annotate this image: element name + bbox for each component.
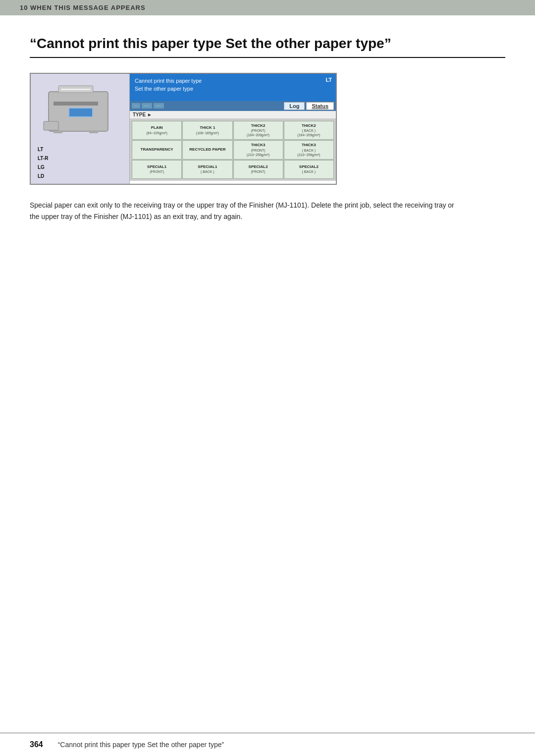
paper-cell-recycled[interactable]: RECYCLED PAPER — [182, 140, 232, 160]
paper-cell-transparency[interactable]: TRANSPARENCY — [132, 140, 182, 160]
sp2b-sub: ( BACK ) — [302, 169, 316, 174]
top-row: LT LT-R LG LD Cannot print this paper ty… — [31, 74, 336, 184]
paper-options-grid: PLAIN (64~105g/m²) THICK 1 (106~165g/m²)… — [130, 119, 336, 181]
svg-rect-6 — [89, 130, 98, 133]
type-label: TYPE ► — [133, 112, 152, 117]
paper-cell-thick3-front[interactable]: THICK3 (FRONT) (210~256g/m²) — [233, 140, 283, 160]
svg-rect-4 — [69, 108, 92, 116]
combined-panel: LT LT-R LG LD Cannot print this paper ty… — [30, 73, 337, 185]
size-ld: LD — [38, 172, 126, 181]
trans-name: TRANSPARENCY — [141, 147, 173, 152]
thick2b-sub: ( BACK ) — [302, 128, 316, 133]
svg-rect-2 — [54, 102, 98, 106]
thick2f-sub2: (164~209g/m²) — [247, 133, 269, 137]
sp2f-sub: (FRONT) — [251, 169, 266, 174]
thick1-name: THICK 1 — [200, 125, 215, 130]
paper-cell-thick3-back[interactable]: THICK3 ( BACK ) (210~256g/m²) — [284, 140, 334, 160]
paper-cell-thick2-front[interactable]: THICK2 (FRONT) (164~209g/m²) — [233, 121, 283, 140]
paper-cell-thick1[interactable]: THICK 1 (106~165g/m²) — [182, 121, 232, 140]
thick2f-name: THICK2 — [251, 123, 266, 128]
footer: 364 “Cannot print this paper type Set th… — [0, 733, 535, 756]
error-display: Cannot print this paper type Set the oth… — [130, 74, 336, 101]
main-content: “Cannot print this paper type Set the ot… — [0, 15, 535, 243]
thick1-sub: (106~165g/m²) — [196, 131, 219, 135]
thick3b-sub2: (210~256g/m²) — [297, 153, 320, 157]
header-bar: 10 WHEN THIS MESSAGE APPEARS — [0, 0, 535, 15]
error-line1: Cannot print this paper type — [135, 77, 331, 85]
size-lg: LG — [38, 163, 126, 172]
svg-rect-5 — [54, 130, 62, 133]
sp1b-name: SPECIAL1 — [198, 164, 217, 169]
type-header-row: TYPE ► — [130, 111, 336, 119]
paper-cell-special1-front[interactable]: SPECIAL1 (FRONT) — [132, 160, 182, 179]
left-printer-area: LT LT-R LG LD — [31, 74, 130, 184]
error-line2: Set the other paper type — [135, 85, 331, 93]
size-ltr: LT-R — [38, 154, 126, 163]
paper-cell-special2-back[interactable]: SPECIAL2 ( BACK ) — [284, 160, 334, 179]
thick3f-name: THICK3 — [251, 143, 266, 148]
tab-1[interactable]: ··· — [132, 103, 140, 108]
svg-rect-7 — [44, 121, 58, 130]
sp1b-sub: ( BACK ) — [201, 169, 214, 174]
tab-2[interactable]: ····· — [142, 103, 152, 108]
illustration-area: LT LT-R LG LD Cannot print this paper ty… — [30, 73, 505, 185]
paper-sizes-list: LT LT-R LG LD — [34, 145, 126, 181]
thick2f-sub: (FRONT) — [251, 128, 266, 133]
thick3b-name: THICK3 — [302, 143, 316, 148]
printer-svg — [34, 77, 118, 141]
size-lt: LT — [38, 145, 126, 154]
thick2b-sub2: (164~209g/m²) — [297, 133, 320, 137]
sp1f-name: SPECIAL1 — [147, 164, 166, 169]
status-button[interactable]: Status — [306, 102, 334, 110]
sp2b-name: SPECIAL2 — [299, 164, 319, 169]
thick3f-sub2: (210~256g/m²) — [247, 153, 269, 157]
footer-title: “Cannot print this paper type Set the ot… — [58, 741, 224, 749]
log-button[interactable]: Log — [284, 102, 305, 110]
paper-cell-special1-back[interactable]: SPECIAL1 ( BACK ) — [182, 160, 232, 179]
footer-page-number: 364 — [30, 740, 43, 749]
plain-name: PLAIN — [151, 125, 163, 130]
svg-rect-8 — [61, 89, 91, 90]
thick3b-sub: ( BACK ) — [302, 148, 316, 153]
thick3f-sub: (FRONT) — [251, 148, 266, 153]
lt-label: LT — [325, 76, 332, 84]
sp1f-sub: (FRONT) — [150, 169, 164, 174]
paper-cell-plain[interactable]: PLAIN (64~105g/m²) — [132, 121, 182, 140]
description-text: Special paper can exit only to the recei… — [30, 200, 456, 223]
tab-3[interactable]: ····· — [154, 103, 164, 108]
tabs-strip: ··· ····· ····· Log Status — [130, 101, 336, 111]
page-title: “Cannot print this paper type Set the ot… — [30, 35, 505, 58]
section-label: 10 WHEN THIS MESSAGE APPEARS — [20, 4, 146, 11]
plain-sub: (64~105g/m²) — [147, 131, 167, 135]
paper-cell-special2-front[interactable]: SPECIAL2 (FRONT) — [233, 160, 283, 179]
thick2b-name: THICK2 — [302, 123, 316, 128]
paper-cell-thick2-back[interactable]: THICK2 ( BACK ) (164~209g/m²) — [284, 121, 334, 140]
sp2f-name: SPECIAL2 — [249, 164, 268, 169]
recycled-name: RECYCLED PAPER — [189, 147, 225, 152]
right-controls-area: Cannot print this paper type Set the oth… — [130, 74, 336, 184]
